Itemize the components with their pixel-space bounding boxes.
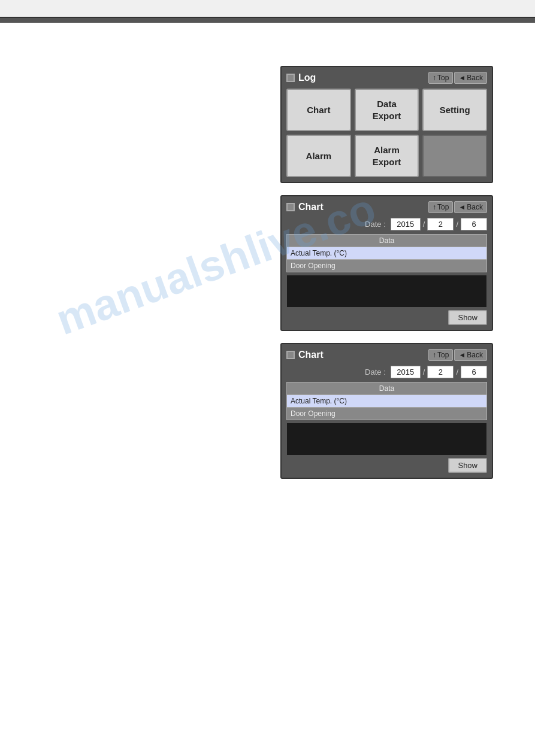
chart2-date-label: Date : xyxy=(365,368,386,377)
chart2-title: Chart xyxy=(298,350,324,360)
chart-button[interactable]: Chart xyxy=(286,89,351,131)
chart2-door-row: Door Opening xyxy=(287,408,487,420)
chart2-day-input[interactable] xyxy=(461,366,487,378)
chart1-panel: Chart ↑ Top ◄ Back Date : / / xyxy=(280,195,493,331)
chart1-back-arrow-icon: ◄ xyxy=(458,203,466,211)
chart1-data-header: Data xyxy=(287,235,487,247)
chart1-door-row: Door Opening xyxy=(287,260,487,272)
chart1-data-table: Data Actual Temp. (°C) Door Opening xyxy=(286,234,487,272)
log-title-area: Log xyxy=(286,72,316,83)
chart2-blank-area xyxy=(286,423,487,456)
chart2-sep1: / xyxy=(423,368,425,377)
setting-button[interactable]: Setting xyxy=(422,89,487,131)
chart1-top-arrow-icon: ↑ xyxy=(433,203,436,211)
log-title: Log xyxy=(298,72,316,83)
chart1-panel-header: Chart ↑ Top ◄ Back xyxy=(286,201,487,213)
chart2-nav-buttons: ↑ Top ◄ Back xyxy=(428,349,487,361)
top-bar xyxy=(0,0,535,18)
chart2-top-arrow-icon: ↑ xyxy=(433,351,436,359)
chart1-actual-row: Actual Temp. (°C) xyxy=(287,247,487,260)
chart1-nav-buttons: ↑ Top ◄ Back xyxy=(428,201,487,213)
log-panel-header: Log ↑ Top ◄ Back xyxy=(286,72,487,84)
chart2-panel: Chart ↑ Top ◄ Back Date : / / xyxy=(280,343,493,479)
data-export-button[interactable]: Data Export xyxy=(355,89,419,131)
chart2-actual-row: Actual Temp. (°C) xyxy=(287,395,487,408)
chart1-month-input[interactable] xyxy=(427,218,454,230)
chart1-sep1: / xyxy=(423,220,425,229)
log-panel: Log ↑ Top ◄ Back Chart Data Export Setti… xyxy=(280,66,493,183)
chart1-sep2: / xyxy=(456,220,458,229)
chart2-back-button[interactable]: ◄ Back xyxy=(454,349,487,361)
panels-container: Log ↑ Top ◄ Back Chart Data Export Setti… xyxy=(280,66,493,491)
chart1-checkbox[interactable] xyxy=(286,203,295,211)
chart2-date-row: Date : / / xyxy=(286,366,487,378)
chart2-title-area: Chart xyxy=(286,350,324,360)
log-nav-buttons: ↑ Top ◄ Back xyxy=(428,72,487,84)
chart1-date-row: Date : / / xyxy=(286,218,487,230)
alarm-button[interactable]: Alarm xyxy=(286,135,351,177)
back-arrow-icon: ◄ xyxy=(458,74,466,82)
alarm-export-button[interactable]: Alarm Export xyxy=(355,135,419,177)
chart1-back-button[interactable]: ◄ Back xyxy=(454,201,487,213)
chart2-data-header: Data xyxy=(287,382,487,395)
empty-slot xyxy=(422,135,487,177)
chart1-blank-area xyxy=(286,275,487,308)
chart1-title-area: Chart xyxy=(286,202,324,212)
log-checkbox[interactable] xyxy=(286,74,295,82)
second-bar xyxy=(0,18,535,23)
chart2-show-button[interactable]: Show xyxy=(448,458,487,473)
log-buttons-grid: Chart Data Export Setting Alarm Alarm Ex… xyxy=(286,89,487,177)
chart1-title: Chart xyxy=(298,202,324,212)
chart2-show-row: Show xyxy=(286,458,487,473)
chart1-top-button[interactable]: ↑ Top xyxy=(428,201,453,213)
chart2-sep2: / xyxy=(456,368,458,377)
chart2-year-input[interactable] xyxy=(391,366,421,378)
chart1-date-label: Date : xyxy=(365,220,386,229)
chart2-panel-header: Chart ↑ Top ◄ Back xyxy=(286,349,487,361)
chart1-show-button[interactable]: Show xyxy=(448,310,487,325)
chart2-back-arrow-icon: ◄ xyxy=(458,351,466,359)
top-arrow-icon: ↑ xyxy=(433,74,436,82)
log-top-button[interactable]: ↑ Top xyxy=(428,72,453,84)
chart2-data-table: Data Actual Temp. (°C) Door Opening xyxy=(286,382,487,420)
log-back-button[interactable]: ◄ Back xyxy=(454,72,487,84)
chart1-year-input[interactable] xyxy=(391,218,421,230)
chart2-top-button[interactable]: ↑ Top xyxy=(428,349,453,361)
chart2-month-input[interactable] xyxy=(427,366,454,378)
chart1-show-row: Show xyxy=(286,310,487,325)
chart2-checkbox[interactable] xyxy=(286,351,295,359)
chart1-day-input[interactable] xyxy=(461,218,487,230)
